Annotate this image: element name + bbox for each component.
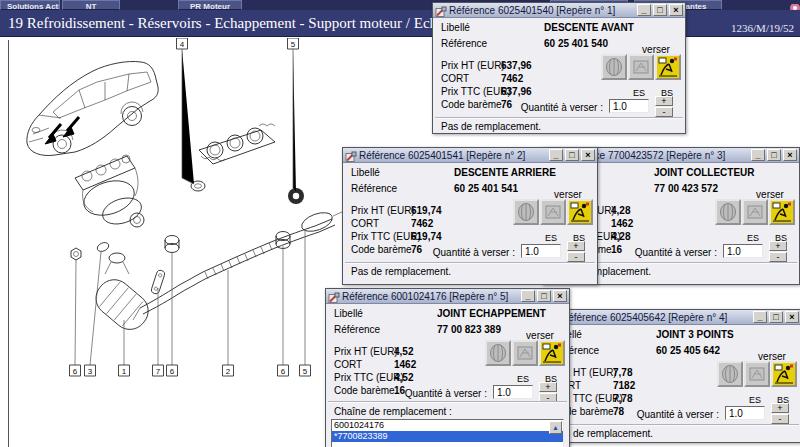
quantity-up-button[interactable]: + xyxy=(771,403,789,413)
quantity-input[interactable] xyxy=(493,385,533,399)
verser-basket-button[interactable] xyxy=(601,54,627,80)
code-bareme-value: 16 xyxy=(611,244,622,255)
prix-ht-value: 637,96 xyxy=(501,60,532,71)
replacement-chain-list[interactable]: 6001024176 *7700823389 ▲ xyxy=(331,419,564,447)
verser-bs-button[interactable] xyxy=(567,199,593,225)
quantity-input[interactable] xyxy=(609,99,649,113)
verser-bs-button[interactable] xyxy=(539,340,565,366)
cort-value: 7182 xyxy=(613,380,635,391)
document-icon xyxy=(345,149,357,161)
quantity-input[interactable] xyxy=(723,244,763,258)
verser-es-button[interactable] xyxy=(512,340,538,366)
gasket-ring xyxy=(288,188,304,204)
minimize-button[interactable]: _ xyxy=(521,290,535,302)
prix-ht-value: 4,52 xyxy=(394,346,413,357)
verser-bs-button[interactable] xyxy=(771,361,797,387)
verser-es-button[interactable] xyxy=(540,199,566,225)
close-icon[interactable]: × xyxy=(783,149,797,161)
prix-ht-value: 7,78 xyxy=(613,367,632,378)
quantity-down-button[interactable]: - xyxy=(769,252,787,262)
callout-label: 5 xyxy=(303,367,308,376)
verser-es-button[interactable] xyxy=(742,199,768,225)
libelle-value: JOINT 3 POINTS xyxy=(656,329,734,340)
maximize-button[interactable]: □ xyxy=(653,4,667,16)
catalytic-converter xyxy=(89,253,155,336)
quantity-up-button[interactable]: + xyxy=(567,241,585,251)
verser-basket-button[interactable] xyxy=(485,340,511,366)
minimize-button[interactable]: _ xyxy=(753,311,767,323)
minimize-button[interactable]: _ xyxy=(751,149,765,161)
code-bareme-label: Code barème xyxy=(441,99,502,110)
reference-value: 60 25 401 540 xyxy=(544,38,608,49)
scroll-up-button[interactable]: ▲ xyxy=(549,421,562,434)
document-icon xyxy=(435,4,447,16)
quantity-up-button[interactable]: + xyxy=(655,96,673,106)
verser-es-button[interactable] xyxy=(628,54,654,80)
code-bareme-value: 76 xyxy=(411,244,422,255)
prix-ht-value: 619,74 xyxy=(411,205,442,216)
maximize-button[interactable]: □ xyxy=(769,311,783,323)
libelle-label: Libellé xyxy=(351,167,380,178)
reference-label: Référence xyxy=(334,324,380,335)
prix-ht-label: Prix HT (EUR) xyxy=(441,60,505,71)
dialog-title: Référence 6025405642 [Repère n° 4] xyxy=(561,312,751,323)
quantity-input[interactable] xyxy=(725,406,765,420)
libelle-label: Libellé xyxy=(334,308,363,319)
verser-basket-button[interactable] xyxy=(513,199,539,225)
dialog-titlebar[interactable]: Référence 6001024176 [Repère n° 5] _ □ × xyxy=(326,289,569,304)
prix-ttc-value: 619,74 xyxy=(411,231,442,242)
verser-bs-button[interactable] xyxy=(769,199,795,225)
libelle-value: JOINT COLLECTEUR xyxy=(654,167,755,178)
maximize-button[interactable]: □ xyxy=(537,290,551,302)
chain-item[interactable]: 6001024176 xyxy=(332,420,563,431)
dialog-repere-4: Référence 6025405642 [Repère n° 4] _ □ ×… xyxy=(544,309,800,443)
quantity-up-button[interactable]: + xyxy=(539,382,557,392)
callout-label: 3 xyxy=(88,367,93,376)
toolbar-button-nt[interactable]: NT xyxy=(62,0,120,10)
maximize-button[interactable]: □ xyxy=(767,149,781,161)
verser-basket-button[interactable] xyxy=(715,199,741,225)
quantity-down-button[interactable]: - xyxy=(655,107,673,117)
maximize-button[interactable]: □ xyxy=(565,149,579,161)
car-line-art xyxy=(27,61,158,155)
quantity-up-button[interactable]: + xyxy=(769,241,787,251)
quantity-label: Quantité à verser : xyxy=(635,247,717,258)
reference-value: 77 00 423 572 xyxy=(654,183,718,194)
service-arrow-icon xyxy=(45,117,79,144)
toolbar-button-pr-moteur[interactable]: PR Moteur xyxy=(178,0,242,10)
quantity-label: Quantité à verser : xyxy=(521,102,603,113)
cort-label: CORT xyxy=(334,359,362,370)
close-icon[interactable]: × xyxy=(669,4,683,16)
replacement-status: Pas de remplacement. xyxy=(351,266,451,277)
libelle-value: JOINT ECHAPPEMENT xyxy=(437,308,546,319)
close-icon[interactable]: × xyxy=(553,290,567,302)
prix-ttc-value: 637,96 xyxy=(501,86,532,97)
minimize-button[interactable]: _ xyxy=(637,4,651,16)
verser-es-button[interactable] xyxy=(744,361,770,387)
reference-label: Référence xyxy=(351,183,397,194)
close-icon[interactable]: × xyxy=(581,149,595,161)
verser-bs-button[interactable] xyxy=(655,54,681,80)
quantity-down-button[interactable]: - xyxy=(567,252,585,262)
cort-value: 7462 xyxy=(411,218,433,229)
cort-value: 7462 xyxy=(501,73,523,84)
dialog-titlebar[interactable]: Référence 6025401541 [Repère n° 2] _ □ × xyxy=(343,148,597,163)
callout-label: 6 xyxy=(73,367,78,376)
verser-basket-button[interactable] xyxy=(717,361,743,387)
chain-item-selected[interactable]: *7700823389 xyxy=(332,431,563,442)
dialog-titlebar[interactable]: Référence 6025401540 [Repère n° 1] _ □ × xyxy=(433,3,685,18)
close-icon[interactable]: × xyxy=(785,311,799,323)
prix-ttc-value: 4,28 xyxy=(611,231,630,242)
quantity-input[interactable] xyxy=(521,244,561,258)
chain-item-empty xyxy=(332,442,563,447)
exhaust-pipe xyxy=(140,209,344,314)
dialog-titlebar[interactable]: Référence 6025405642 [Repère n° 4] _ □ × xyxy=(545,310,800,325)
libelle-label: Libellé xyxy=(441,22,470,33)
prix-ht-label: Prix HT (EUR) xyxy=(334,346,398,357)
prix-ht-value: 4,28 xyxy=(611,205,630,216)
quantity-down-button[interactable]: - xyxy=(771,414,789,424)
minimize-button[interactable]: _ xyxy=(549,149,563,161)
toolbar-button-solutions[interactable]: Solutions Actis xyxy=(0,0,60,10)
manifold-right xyxy=(191,124,275,191)
callout-label: 6 xyxy=(170,367,175,376)
